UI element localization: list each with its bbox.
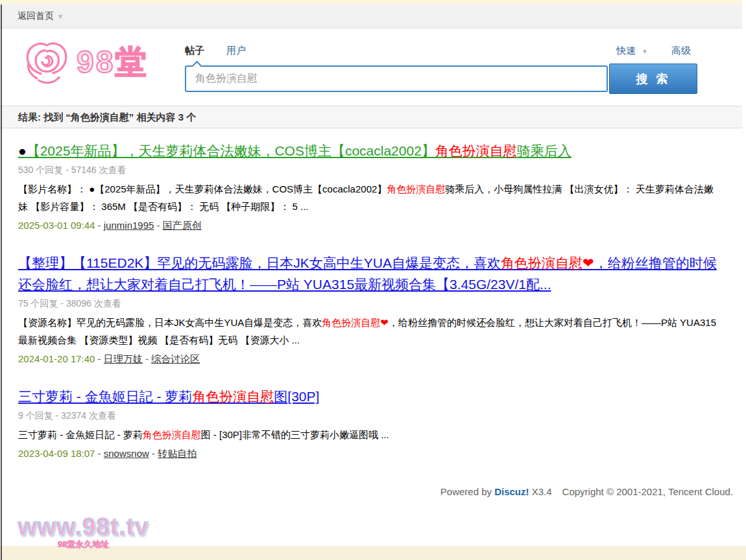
text-segment: 骑乘后入 <box>517 143 572 158</box>
chevron-down-icon[interactable]: ▼ <box>57 13 64 20</box>
window-left-edge <box>1 5 2 560</box>
site-name: 98堂 <box>77 41 148 83</box>
quick-search-link[interactable]: 快速 ▼ <box>616 45 648 57</box>
result-forum-link[interactable]: 综合讨论区 <box>151 353 200 364</box>
search-button[interactable]: 搜 索 <box>609 64 697 94</box>
result-description: 三寸萝莉 - 金魚姬日記 - 萝莉角色扮演自慰图 - [30P]非常不错的三寸萝… <box>18 426 719 443</box>
text-segment: 【资源名称】罕见的无码露脸，日本JK女高中生YUA自爆是变态，喜欢 <box>18 317 322 328</box>
search-result: 三寸萝莉 - 金魚姬日記 - 萝莉角色扮演自慰图[30P]9 个回复 - 323… <box>18 386 719 462</box>
text-segment: 图[30P] <box>274 389 319 404</box>
separator: - <box>149 448 158 459</box>
search-result: ●【2025年新品】，天生萝莉体合法嫩妹，COS博主【cocacla2002】角… <box>18 140 719 234</box>
result-title-link[interactable]: 【整理】【115ED2K】罕见的无码露脸，日本JK女高中生YUA自爆是变态，喜欢… <box>18 252 719 295</box>
discuz-brand-link[interactable]: Discuz! <box>494 486 529 497</box>
text-segment: ● <box>18 143 27 158</box>
result-meta: 2024-01-20 17:40 - 日理万妓 - 综合讨论区 <box>18 351 719 368</box>
text-segment: 【影片名称】： ●【2025年新品】，天生萝莉体合法嫩妹，COS博主【cocac… <box>18 183 387 194</box>
highlighted-term: 角色扮演自慰 <box>143 429 201 440</box>
copyright-text: Copyright © 2001-2021, Tencent Cloud. <box>562 486 733 497</box>
site-watermark: www.98t.tv 98堂永久地址 <box>10 513 156 550</box>
highlighted-term: ❤ <box>380 317 389 328</box>
search-result: 【整理】【115ED2K】罕见的无码露脸，日本JK女高中生YUA自爆是变态，喜欢… <box>18 252 719 368</box>
page-footer: Powered by Discuz! X3.4Copyright © 2001-… <box>440 486 733 497</box>
tab-users[interactable]: 用户 <box>226 45 246 57</box>
back-to-home-link[interactable]: 返回首页 <box>18 10 54 22</box>
top-navigation-bar: 返回首页 ▼ <box>0 5 742 29</box>
result-meta: 2025-03-01 09:44 - junmin1995 - 国产原创 <box>18 217 719 234</box>
advanced-search-link[interactable]: 高级 <box>671 45 691 57</box>
tab-posts[interactable]: 帖子 <box>185 45 204 57</box>
result-author-link[interactable]: snowsnow <box>104 448 149 459</box>
highlighted-term: 角色扮演自慰 <box>501 255 583 270</box>
text-segment: 【2025年新品】，天生萝莉体合法嫩妹，COS博主【cocacla2002】 <box>27 143 435 158</box>
top-accent-strip <box>0 0 742 5</box>
separator: - <box>95 353 103 364</box>
result-date: 2024-01-20 17:40 <box>18 353 95 364</box>
result-title-link[interactable]: 三寸萝莉 - 金魚姬日記 - 萝莉角色扮演自慰图[30P] <box>18 386 719 407</box>
watermark-url: www.98t.tv <box>10 513 156 541</box>
site-logo[interactable]: 98堂 <box>21 36 148 88</box>
result-description: 【影片名称】： ●【2025年新品】，天生萝莉体合法嫩妹，COS博主【cocac… <box>18 180 719 215</box>
result-forum-link[interactable]: 国产原创 <box>163 220 202 231</box>
highlighted-term: ❤ <box>583 255 594 270</box>
result-replies-views: 75 个回复 - 38096 次查看 <box>18 298 719 310</box>
result-author-link[interactable]: junmin1995 <box>104 220 154 231</box>
result-summary-bar: 结果: 找到 “角色扮演自慰” 相关内容 3 个 <box>0 106 742 128</box>
result-date: 2025-03-01 09:44 <box>18 220 95 231</box>
separator: - <box>95 220 103 231</box>
result-replies-views: 530 个回复 - 57146 次查看 <box>18 165 719 176</box>
chevron-down-icon: ▼ <box>642 48 648 55</box>
search-section: 帖子 用户 快速 ▼ 高级 搜 索 <box>185 43 697 94</box>
result-title-link[interactable]: ●【2025年新品】，天生萝莉体合法嫩妹，COS博主【cocacla2002】角… <box>18 140 719 161</box>
highlighted-term: 角色扮演自慰 <box>322 317 380 328</box>
result-description: 【资源名称】罕见的无码露脸，日本JK女高中生YUA自爆是变态，喜欢角色扮演自慰❤… <box>18 314 719 349</box>
result-meta: 2023-04-09 18:07 - snowsnow - 转贴自拍 <box>18 445 719 462</box>
rose-logo-icon <box>21 36 73 88</box>
highlighted-term: 角色扮演自慰 <box>192 389 274 404</box>
result-author-link[interactable]: 日理万妓 <box>104 353 143 364</box>
discuz-version: X3.4 <box>529 486 552 497</box>
search-input[interactable] <box>185 65 608 92</box>
text-segment: 图 - [30P]非常不错的三寸萝莉小嫩逼图哦 ... <box>201 429 389 440</box>
text-segment: 三寸萝莉 - 金魚姬日記 - 萝莉 <box>18 389 192 404</box>
result-replies-views: 9 个回复 - 32374 次查看 <box>18 410 719 422</box>
text-segment: 【整理】【115ED2K】罕见的无码露脸，日本JK女高中生YUA自爆是变态，喜欢 <box>18 255 501 270</box>
results-list: ●【2025年新品】，天生萝莉体合法嫩妹，COS博主【cocacla2002】角… <box>18 140 719 480</box>
separator: - <box>154 220 162 231</box>
powered-by-text: Powered by <box>440 486 494 497</box>
highlighted-term: 角色扮演自慰 <box>435 143 517 158</box>
result-date: 2023-04-09 18:07 <box>18 448 95 459</box>
text-segment: 三寸萝莉 - 金魚姬日記 - 萝莉 <box>18 429 143 440</box>
separator: - <box>143 353 151 364</box>
result-forum-link[interactable]: 转贴自拍 <box>158 448 197 459</box>
highlighted-term: 角色扮演自慰 <box>387 183 445 194</box>
separator: - <box>95 448 103 459</box>
search-row: 搜 索 <box>185 64 697 94</box>
search-tabs: 帖子 用户 快速 ▼ 高级 <box>185 43 697 58</box>
